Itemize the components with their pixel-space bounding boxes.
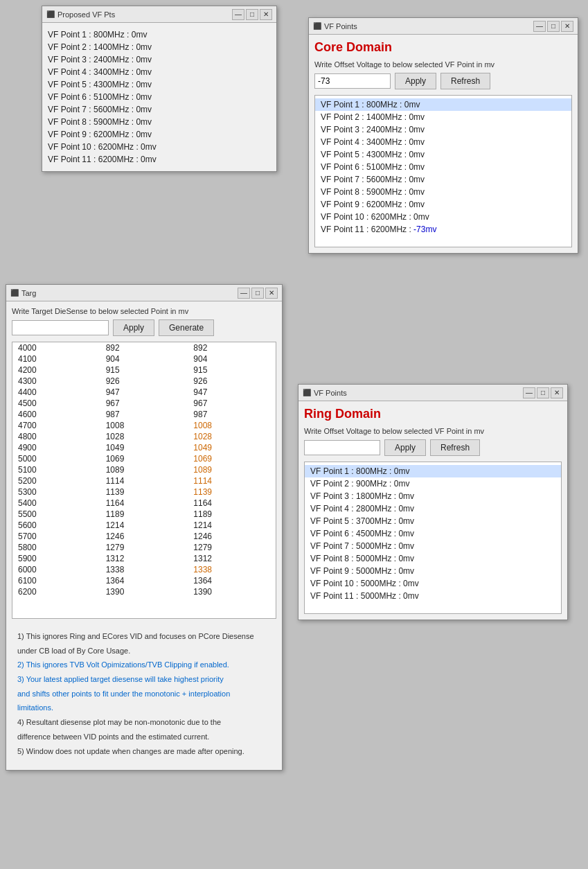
- ring-vf-controls: — □ ✕: [523, 387, 563, 398]
- table-row[interactable]: 4100904904: [12, 353, 276, 365]
- core-domain-title: Core Domain: [314, 40, 572, 55]
- table-row[interactable]: 480010281028: [12, 431, 276, 442]
- proposed-vf-minimize[interactable]: —: [232, 9, 244, 20]
- core-vf-maximize[interactable]: □: [547, 21, 560, 32]
- table-row[interactable]: 530011391139: [12, 486, 276, 498]
- proposed-vf-content: VF Point 1 : 800MHz : 0mvVF Point 2 : 14…: [42, 23, 276, 171]
- core-vf-controls: — □ ✕: [533, 21, 573, 32]
- table-row[interactable]: 4500967967: [12, 398, 276, 409]
- table-row[interactable]: 4400947947: [12, 387, 276, 398]
- table-row[interactable]: 600013381338: [12, 564, 276, 575]
- ring-vf-list-item[interactable]: VF Point 1 : 800MHz : 0mv: [305, 465, 561, 477]
- ring-vf-close[interactable]: ✕: [551, 387, 563, 398]
- core-vf-list-item[interactable]: VF Point 1 : 800MHz : 0mv: [315, 98, 571, 111]
- proposed-vf-item: VF Point 1 : 800MHz : 0mv: [48, 28, 271, 41]
- proposed-vf-title-text: Proposed VF Pts: [57, 10, 115, 19]
- core-vf-content: Core Domain Write Offset Voltage to belo…: [309, 35, 578, 253]
- table-row[interactable]: 4300926926: [12, 376, 276, 387]
- ring-vf-list: VF Point 1 : 800MHz : 0mvVF Point 2 : 90…: [304, 462, 562, 614]
- ring-vf-list-item[interactable]: VF Point 5 : 3700MHz : 0mv: [305, 515, 561, 527]
- table-row[interactable]: 490010491049: [12, 442, 276, 453]
- target-generate-button[interactable]: Generate: [159, 319, 214, 336]
- table-row[interactable]: 610013641364: [12, 575, 276, 586]
- table-row[interactable]: 470010081008: [12, 420, 276, 431]
- core-vf-list-item[interactable]: VF Point 6 : 5100MHz : 0mv: [315, 161, 571, 173]
- note-line: 2) This ignores TVB Volt Opimizations/TV…: [17, 658, 271, 672]
- table-row[interactable]: 590013121312: [12, 553, 276, 564]
- proposed-vf-controls: — □ ✕: [232, 9, 272, 20]
- core-vf-input[interactable]: [314, 73, 391, 89]
- table-row[interactable]: 560012141214: [12, 520, 276, 531]
- target-minimize[interactable]: —: [238, 288, 250, 299]
- target-close[interactable]: ✕: [265, 288, 278, 299]
- core-vf-list-item[interactable]: VF Point 11 : 6200MHz : -73mv: [315, 223, 571, 236]
- target-apply-button[interactable]: Apply: [113, 319, 154, 336]
- proposed-vf-titlebar: ⬛ Proposed VF Pts — □ ✕: [42, 6, 276, 23]
- core-vf-list-item[interactable]: VF Point 8 : 5900MHz : 0mv: [315, 186, 571, 198]
- core-vf-title: ⬛ VF Points: [313, 22, 357, 30]
- ring-vf-list-item[interactable]: VF Point 3 : 1800MHz : 0mv: [305, 490, 561, 502]
- ring-vf-list-item[interactable]: VF Point 6 : 4500MHz : 0mv: [305, 527, 561, 540]
- core-vf-apply-button[interactable]: Apply: [395, 73, 436, 89]
- table-row[interactable]: 570012461246: [12, 531, 276, 542]
- proposed-vf-item: VF Point 4 : 3400MHz : 0mv: [48, 66, 271, 78]
- table-row[interactable]: 550011891189: [12, 509, 276, 520]
- ring-vf-list-item[interactable]: VF Point 10 : 5000MHz : 0mv: [305, 577, 561, 590]
- target-subtitle: Write Target DieSense to below selected …: [12, 307, 276, 315]
- ring-vf-list-item[interactable]: VF Point 2 : 900MHz : 0mv: [305, 477, 561, 490]
- target-table: 4000892892410090490442009159154300926926…: [12, 342, 276, 597]
- core-vf-input-row: Apply Refresh: [314, 73, 572, 89]
- note-line: 3) Your latest applied target diesense w…: [17, 673, 271, 686]
- core-vf-list-item[interactable]: VF Point 3 : 2400MHz : 0mv: [315, 123, 571, 136]
- table-row[interactable]: 500010691069: [12, 453, 276, 464]
- core-vf-list-item[interactable]: VF Point 9 : 6200MHz : 0mv: [315, 198, 571, 211]
- note-line: 1) This ignores Ring and ECores VID and …: [17, 630, 271, 643]
- target-table-container: 4000892892410090490442009159154300926926…: [12, 342, 276, 619]
- ring-vf-list-item[interactable]: VF Point 4 : 2800MHz : 0mv: [305, 502, 561, 515]
- note-line: difference between VID points and the es…: [17, 730, 271, 744]
- core-vf-list-item[interactable]: VF Point 4 : 3400MHz : 0mv: [315, 136, 571, 148]
- proposed-vf-item: VF Point 7 : 5600MHz : 0mv: [48, 103, 271, 116]
- ring-vf-subtitle: Write Offset Voltage to below selected V…: [304, 427, 562, 435]
- proposed-vf-maximize[interactable]: □: [246, 9, 258, 20]
- proposed-vf-item: VF Point 6 : 5100MHz : 0mv: [48, 91, 271, 103]
- notes-section: 1) This ignores Ring and ECores VID and …: [12, 624, 276, 764]
- ring-vf-input-row: Apply Refresh: [304, 439, 562, 456]
- core-vf-refresh-button[interactable]: Refresh: [440, 73, 490, 89]
- target-window: ⬛ Targ — □ ✕ Write Target DieSense to be…: [6, 284, 283, 771]
- core-vf-list-item[interactable]: VF Point 5 : 4300MHz : 0mv: [315, 148, 571, 161]
- ring-vf-list-item[interactable]: VF Point 8 : 5000MHz : 0mv: [305, 552, 561, 565]
- ring-vf-input[interactable]: [304, 440, 380, 455]
- proposed-vf-title: ⬛ Proposed VF Pts: [46, 10, 115, 19]
- table-row[interactable]: 580012791279: [12, 542, 276, 553]
- table-row[interactable]: 520011141114: [12, 475, 276, 486]
- ring-vf-maximize[interactable]: □: [537, 387, 549, 398]
- ring-vf-content: Ring Domain Write Offset Voltage to belo…: [299, 401, 567, 620]
- core-vf-subtitle: Write Offset Voltage to below selected V…: [314, 60, 572, 69]
- proposed-vf-item: VF Point 9 : 6200MHz : 0mv: [48, 128, 271, 141]
- table-row[interactable]: 4000892892: [12, 342, 276, 353]
- ring-vf-list-item[interactable]: VF Point 9 : 5000MHz : 0mv: [305, 565, 561, 577]
- table-row[interactable]: 510010891089: [12, 464, 276, 475]
- table-row[interactable]: 620013901390: [12, 586, 276, 597]
- target-maximize[interactable]: □: [251, 288, 264, 299]
- ring-vf-minimize[interactable]: —: [523, 387, 535, 398]
- note-line: limitations.: [17, 701, 271, 714]
- core-vf-list-item[interactable]: VF Point 10 : 6200MHz : 0mv: [315, 211, 571, 223]
- proposed-vf-item: VF Point 3 : 2400MHz : 0mv: [48, 53, 271, 66]
- ring-vf-apply-button[interactable]: Apply: [384, 439, 426, 456]
- ring-vf-list-item[interactable]: VF Point 7 : 5000MHz : 0mv: [305, 540, 561, 552]
- core-vf-minimize[interactable]: —: [533, 21, 546, 32]
- core-vf-list-item[interactable]: VF Point 2 : 1400MHz : 0mv: [315, 111, 571, 123]
- table-row[interactable]: 4200915915: [12, 365, 276, 376]
- table-row[interactable]: 540011641164: [12, 498, 276, 509]
- note-line: under CB load of By Core Usage.: [17, 644, 271, 658]
- target-input[interactable]: [12, 320, 109, 335]
- proposed-vf-close[interactable]: ✕: [260, 9, 272, 20]
- core-vf-list-item[interactable]: VF Point 7 : 5600MHz : 0mv: [315, 173, 571, 186]
- ring-vf-refresh-button[interactable]: Refresh: [430, 439, 480, 456]
- table-row[interactable]: 4600987987: [12, 409, 276, 420]
- core-vf-close[interactable]: ✕: [561, 21, 573, 32]
- ring-vf-list-item[interactable]: VF Point 11 : 5000MHz : 0mv: [305, 590, 561, 602]
- note-line: 5) Window does not update when changes a…: [17, 745, 271, 758]
